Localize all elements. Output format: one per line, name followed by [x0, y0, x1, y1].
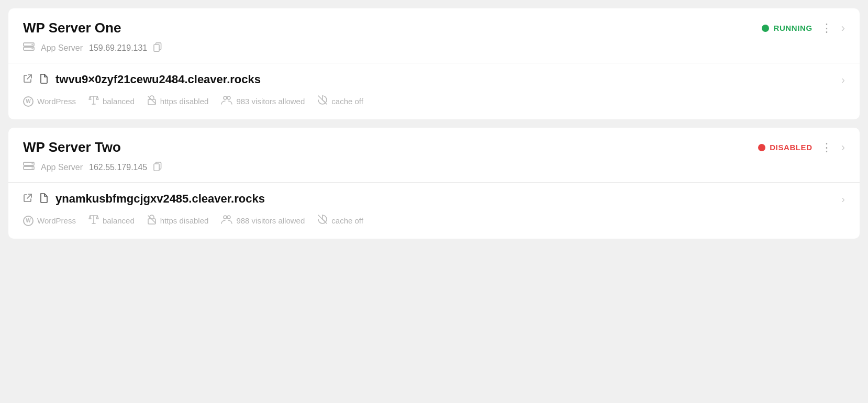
svg-point-12 [224, 96, 227, 99]
cache-label: cache off [331, 216, 363, 225]
status-label: DISABLED [770, 143, 812, 152]
site-row: twvu9×0zyf21cewu2484.cleaver.rocks › [8, 63, 860, 92]
svg-rect-20 [154, 164, 159, 171]
https-label: https disabled [160, 216, 209, 225]
site-row: ynamkusbfmgcjgxv2485.cleaver.rocks › [8, 183, 860, 211]
server-header: WP Server Two DISABLED ⋮ › [8, 128, 860, 161]
copy-ip-button[interactable] [153, 162, 162, 173]
server-type-icon [23, 162, 35, 173]
server-card-server-two: WP Server Two DISABLED ⋮ › App Server [8, 128, 860, 239]
balance-icon [88, 215, 99, 227]
https-icon [147, 95, 157, 108]
external-link-icon[interactable] [23, 74, 32, 86]
server-header-right: RUNNING ⋮ › [762, 21, 845, 35]
balance-item: balanced [88, 95, 135, 107]
server-info-row: App Server 159.69.219.131 [8, 41, 860, 63]
server-title: WP Server Two [23, 139, 121, 155]
balance-label: balanced [103, 97, 135, 106]
wordpress-icon: W [23, 96, 34, 107]
site-meta-row: W WordPress balanced [8, 211, 860, 239]
platform-label: WordPress [37, 216, 76, 225]
server-type-label: App Server [41, 163, 83, 172]
server-title: WP Server One [23, 20, 121, 36]
https-item: https disabled [147, 214, 209, 227]
server-header: WP Server One RUNNING ⋮ › [8, 8, 860, 41]
visitors-label: 983 visitors allowed [236, 97, 305, 106]
status-dot [762, 25, 769, 32]
more-options-button[interactable]: ⋮ [821, 141, 833, 154]
cache-item: cache off [317, 214, 363, 227]
svg-point-13 [227, 96, 230, 99]
balance-icon [88, 95, 99, 107]
server-ip: 159.69.219.131 [89, 43, 147, 53]
site-meta-row: W WordPress balanced [8, 92, 860, 119]
svg-point-3 [31, 48, 32, 49]
svg-line-26 [148, 216, 155, 223]
copy-ip-button[interactable] [153, 42, 162, 53]
site-navigate-button[interactable]: › [841, 74, 845, 86]
https-icon [147, 214, 157, 227]
file-icon [40, 193, 48, 206]
status-badge: RUNNING [762, 24, 812, 32]
platform-item: W WordPress [23, 216, 76, 226]
https-label: https disabled [160, 97, 209, 106]
server-header-right: DISABLED ⋮ › [758, 141, 845, 154]
svg-point-2 [31, 44, 32, 45]
cache-item: cache off [317, 95, 363, 108]
visitors-label: 988 visitors allowed [236, 216, 305, 225]
svg-point-28 [227, 216, 230, 219]
svg-point-27 [224, 216, 227, 219]
visitors-item: 988 visitors allowed [221, 215, 305, 227]
wordpress-icon: W [23, 216, 34, 226]
svg-point-17 [31, 163, 32, 164]
platform-label: WordPress [37, 97, 76, 106]
svg-line-11 [148, 96, 155, 104]
site-navigate-button[interactable]: › [841, 193, 845, 205]
status-badge: DISABLED [758, 143, 812, 152]
cache-icon [317, 95, 328, 108]
server-navigate-button[interactable]: › [841, 21, 845, 35]
more-options-button[interactable]: ⋮ [821, 21, 833, 35]
site-domain[interactable]: twvu9×0zyf21cewu2484.cleaver.rocks [55, 73, 261, 86]
balance-label: balanced [103, 216, 135, 225]
svg-line-21 [27, 194, 31, 198]
cache-label: cache off [331, 97, 363, 106]
cache-icon [317, 214, 328, 227]
visitors-item: 983 visitors allowed [221, 95, 305, 107]
status-label: RUNNING [773, 24, 812, 32]
server-card-server-one: WP Server One RUNNING ⋮ › App Server [8, 8, 860, 119]
file-icon [40, 73, 48, 86]
server-info-row: App Server 162.55.179.145 [8, 161, 860, 182]
server-type-icon [23, 42, 35, 53]
server-navigate-button[interactable]: › [841, 141, 845, 154]
https-item: https disabled [147, 95, 209, 108]
visitors-icon [221, 95, 232, 107]
server-ip: 162.55.179.145 [89, 163, 147, 172]
svg-rect-5 [154, 44, 159, 51]
svg-line-6 [27, 75, 31, 79]
platform-item: W WordPress [23, 96, 76, 107]
visitors-icon [221, 215, 232, 227]
balance-item: balanced [88, 215, 135, 227]
server-type-label: App Server [41, 43, 83, 53]
site-domain[interactable]: ynamkusbfmgcjgxv2485.cleaver.rocks [55, 192, 265, 206]
external-link-icon[interactable] [23, 193, 32, 205]
status-dot [758, 144, 765, 151]
svg-point-18 [31, 167, 32, 169]
